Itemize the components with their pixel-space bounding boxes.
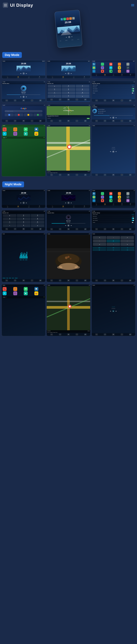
n-app-7[interactable]: 🔵 xyxy=(101,196,104,199)
n-ios-music[interactable]: 🎵 xyxy=(13,287,17,291)
n-np-play[interactable]: ▶ xyxy=(112,310,114,312)
cp-7-2[interactable]: 🎵 xyxy=(59,174,61,176)
arrow-left-up[interactable]: ↖ xyxy=(93,236,106,239)
n-np-prev[interactable]: ⏮ xyxy=(110,310,111,312)
cp-n3-1[interactable]: 📞 xyxy=(95,228,98,230)
ios-app-spotify[interactable]: 🎧 xyxy=(13,132,17,136)
app-6[interactable]: 📶 xyxy=(92,66,96,69)
track-item-3[interactable]: 华乐_b.mp3 xyxy=(98,112,134,114)
key-3[interactable]: 3DEF xyxy=(76,85,89,88)
n1-play[interactable]: ⏸ xyxy=(22,202,25,204)
cp-7-1[interactable]: 📞 xyxy=(50,174,53,176)
n-auto-connect-toggle[interactable] xyxy=(132,220,134,221)
cp-n2-5[interactable]: 🔊 xyxy=(84,228,87,230)
cp-n6-4[interactable]: 📱 xyxy=(121,280,123,282)
n-app-14[interactable]: 🎮 xyxy=(118,199,121,202)
cp-n3-4[interactable]: 📱 xyxy=(121,228,123,230)
n-power-toggle[interactable] xyxy=(132,222,134,223)
cp-n8-5[interactable]: 🔊 xyxy=(129,334,132,336)
cp-phone[interactable]: 📞 xyxy=(6,100,8,102)
hamburger-icon[interactable] xyxy=(131,4,134,6)
track-item-1[interactable]: 华乐_0196.mp3 xyxy=(98,109,134,110)
cp-6-5[interactable]: 🔊 xyxy=(129,120,132,122)
fn-btn-5[interactable]: BT xyxy=(106,249,120,251)
google-search-bar[interactable]: 🔍 Search or type URL xyxy=(5,110,42,112)
app-10[interactable]: 🔊 xyxy=(126,66,130,69)
cp-apps[interactable]: 📱 xyxy=(31,100,33,102)
cp-n3-5[interactable]: 🔊 xyxy=(129,228,132,230)
arrow-down[interactable]: ↓ xyxy=(107,243,120,246)
n-app-4[interactable]: 📍 xyxy=(118,192,121,195)
cp-8-1[interactable]: 📞 xyxy=(95,174,98,176)
cp-n1-3[interactable]: ⚙ xyxy=(22,228,25,230)
app-8[interactable]: BT xyxy=(109,66,112,69)
n-ios-msg[interactable]: 💬 xyxy=(34,287,38,291)
n-app-5[interactable]: ⚙ xyxy=(126,192,130,195)
n-key-3[interactable]: 3DEF xyxy=(31,214,44,217)
app-11[interactable]: 🌐 xyxy=(92,70,96,73)
next-bt[interactable]: ⏭ xyxy=(26,96,27,98)
n-app-12[interactable]: 📱 xyxy=(101,199,104,202)
np-prev[interactable]: ⏮ xyxy=(110,151,111,152)
arrow-right[interactable]: → xyxy=(120,240,134,242)
n-key-star[interactable]: * xyxy=(3,224,16,227)
n1-next[interactable]: ⏭ xyxy=(26,202,27,204)
cp-bt-2[interactable]: 🔊 xyxy=(84,98,87,100)
n-app-15[interactable]: 📡 xyxy=(126,199,130,202)
app-2[interactable]: 🎵 xyxy=(101,63,104,66)
app-9[interactable]: 📺 xyxy=(118,66,121,69)
cp-5-5[interactable]: 🔊 xyxy=(84,120,87,122)
n2-prev[interactable]: ⏮ xyxy=(65,202,66,204)
cp-n5-2[interactable]: 🎵 xyxy=(59,280,61,282)
cp-8-2[interactable]: 🎵 xyxy=(104,174,106,176)
n-ios-yt[interactable]: ▶ xyxy=(24,291,28,295)
fn-btn-4[interactable]: FM xyxy=(92,249,106,251)
n-app-10[interactable]: 🔊 xyxy=(126,196,130,199)
np-play[interactable]: ▶ xyxy=(112,150,114,153)
n-key-hash[interactable]: # xyxy=(31,224,44,227)
n-key-1[interactable]: 1 xyxy=(3,214,16,217)
play-bt[interactable]: ▶ xyxy=(22,96,25,98)
cp-7-5[interactable]: 🔊 xyxy=(84,174,87,176)
cp-n2-1[interactable]: 📞 xyxy=(50,228,53,230)
shortcut-3[interactable] xyxy=(24,114,33,116)
n-key-5[interactable]: 5JKL xyxy=(17,218,30,220)
n-ios-waze[interactable]: 🚗 xyxy=(34,291,38,295)
auto-answer-toggle[interactable] xyxy=(132,88,134,90)
n-key-6[interactable]: 6MNO xyxy=(31,218,44,220)
cp-n1-2[interactable]: 🎵 xyxy=(14,228,16,230)
play-icon-2[interactable]: ⏸ xyxy=(68,72,70,74)
cp-8-4[interactable]: 📱 xyxy=(121,174,123,176)
n-app-2[interactable]: 🎵 xyxy=(101,192,104,195)
cp-4-4[interactable]: 📱 xyxy=(31,120,33,122)
track-item-2[interactable]: 华乐_191806_.mp3 xyxy=(98,110,134,112)
cp-7-4[interactable]: 📱 xyxy=(76,174,78,176)
cp-4-3[interactable]: ⚙ xyxy=(22,120,25,122)
app-12[interactable]: 📱 xyxy=(101,70,104,73)
app-15[interactable]: 📡 xyxy=(126,70,130,73)
cp-n2-3[interactable]: ⚙ xyxy=(67,228,70,230)
cp-n5-1[interactable]: 📞 xyxy=(50,280,53,282)
cp-n5-5[interactable]: 🔊 xyxy=(84,280,87,282)
cp-n5-3[interactable]: ⚙ xyxy=(67,280,70,282)
app-13[interactable]: 📲 xyxy=(109,70,112,73)
prev-btn[interactable]: ⏮ xyxy=(66,36,67,38)
cp-n6-3[interactable]: ⚙ xyxy=(112,280,115,282)
ios-app-waze[interactable]: 🚗 xyxy=(34,132,38,136)
n-app-8[interactable]: BT xyxy=(109,196,112,199)
cp-n1-5[interactable]: 🔊 xyxy=(39,228,42,230)
cp-n4-5[interactable]: 🔊 xyxy=(39,280,42,282)
n-app-9[interactable]: 📺 xyxy=(118,196,121,199)
ios-app-msg[interactable]: 💬 xyxy=(34,128,38,131)
cp-n6-5[interactable]: 🔊 xyxy=(129,280,132,282)
n-ios-spotify[interactable]: 🎧 xyxy=(13,291,17,295)
cp-music[interactable]: 🎵 xyxy=(14,100,16,102)
cp-5-3[interactable]: ⚙ xyxy=(67,120,70,122)
n-key-0[interactable]: 0+ xyxy=(17,224,30,227)
n-app-6[interactable]: 📶 xyxy=(92,196,96,199)
n-app-3[interactable]: 🖼 xyxy=(109,192,112,195)
arrow-right-down[interactable]: ↘ xyxy=(120,243,134,246)
shortcut-1[interactable] xyxy=(5,114,14,116)
n-np-next[interactable]: ⏭ xyxy=(116,310,117,312)
key-5[interactable]: 5JKL xyxy=(62,88,75,91)
